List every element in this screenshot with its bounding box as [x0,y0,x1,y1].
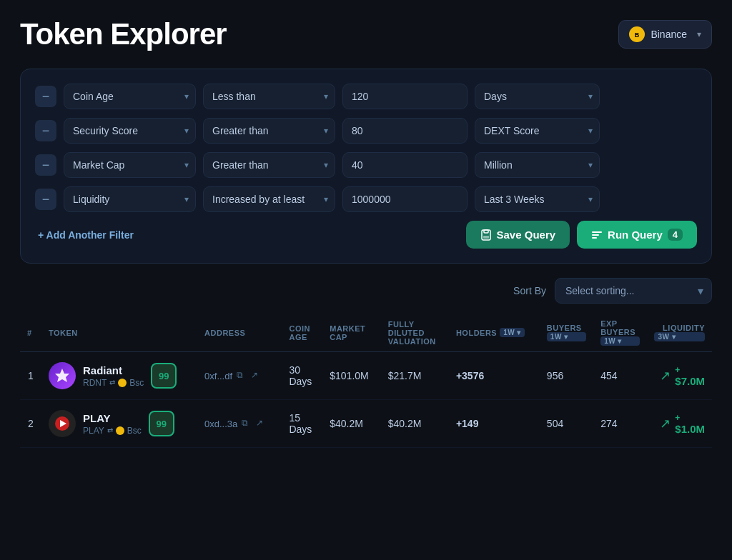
filter-value-1-input[interactable] [342,84,468,109]
remove-filter-2-button[interactable]: − [35,120,56,141]
page-header: Token Explorer B Binance ▾ [20,17,712,51]
external-link-icon[interactable]: ↗ [256,418,267,429]
filter-unit-4-select[interactable]: Last 3 Weeks Last Week [475,186,600,212]
row-1-trend-icon: ↗ [660,368,671,384]
exchange-icon: B [629,26,645,42]
run-query-button[interactable]: Run Query 4 [577,221,697,249]
row-2-chain: Bsc [127,426,142,436]
filter-value-2-input[interactable] [342,118,468,144]
filter-type-1-select[interactable]: Coin Age [64,84,196,109]
row-1-address: 0xf...df ⧉ ↗ [197,352,282,400]
row-2-fdv: $40.2M [381,400,449,448]
table-header: # TOKEN ADDRESS COINAGE MARKETCAP FULLYD… [20,314,712,352]
holders-filter-badge[interactable]: 1W ▾ [500,328,525,337]
filter-type-3-select[interactable]: Market Cap [64,152,196,178]
row-2-address: 0xd...3a ⧉ ↗ [197,400,282,448]
row-2-avatar [49,410,76,437]
filter-actions: + Add Another Filter Save Query [35,221,697,249]
row-1-liquidity-sign: + [675,365,705,375]
svg-rect-4 [483,236,489,239]
col-liquidity: LIQUIDITY 3W ▾ [647,314,712,352]
col-address: ADDRESS [197,314,282,352]
save-query-label: Save Query [497,229,556,241]
row-2-market-cap: $40.2M [322,400,380,448]
remove-filter-3-button[interactable]: − [35,154,56,176]
col-buyers: BUYERS 1W ▾ [540,314,593,352]
row-2-ticker: PLAY [83,426,104,436]
filter-unit-3-wrap: Million Billion [475,152,600,178]
exp-buyers-filter-badge[interactable]: 1W ▾ [600,336,640,346]
row-2-token-sub: PLAY ⇄ Bsc [83,426,142,436]
table-row: 2 PLAY PLAY ⇄ [20,400,712,448]
row-2-liquidity-val: $1.0M [675,423,705,435]
row-1-liquidity-val: $7.0M [675,375,705,387]
results-header: Sort By Select sorting... [20,278,712,304]
col-exp-buyers: EXPBUYERS 1W ▾ [593,314,647,352]
row-2-holders: +149 [449,400,540,448]
copy-icon[interactable]: ⧉ [242,418,253,429]
external-link-icon[interactable]: ↗ [251,370,262,381]
exchange-selector[interactable]: B Binance ▾ [618,20,712,49]
filter-row-3: − Market Cap Greater than Less than Mill… [35,152,697,178]
col-num: # [20,314,41,352]
row-2-liquidity-sign: + [675,413,705,423]
row-1-liquidity: ↗ + $7.0M [647,352,712,400]
filter-unit-1-select[interactable]: Days Weeks [475,84,600,109]
col-token: TOKEN [41,314,197,352]
sort-by-label: Sort By [513,285,546,296]
save-query-button[interactable]: Save Query [466,221,570,249]
row-1-market-cap: $101.0M [322,352,380,400]
row-1-num: 1 [20,352,41,400]
remove-filter-4-button[interactable]: − [35,189,56,210]
run-query-count: 4 [668,229,683,241]
row-2-trend-icon: ↗ [660,416,671,431]
row-2-chain-icon [116,426,124,435]
filter-op-3-select[interactable]: Greater than Less than [203,152,335,178]
row-1-holders: +3576 [449,352,540,400]
filter-op-2-select[interactable]: Greater than Less than [203,118,335,144]
row-1-security-badge: 99 [151,363,177,389]
filter-value-3-input[interactable] [342,152,468,178]
filter-op-1-wrap: Less than Greater than [203,84,335,109]
filter-unit-4-wrap: Last 3 Weeks Last Week [475,186,600,212]
row-1-chain-icon [118,379,127,387]
filter-op-2-wrap: Greater than Less than [203,118,335,144]
row-1-address-text: 0xf...df [204,371,232,381]
row-2-exp-buyers: 274 [593,400,647,448]
exchange-label: Binance [651,29,687,40]
query-action-buttons: Save Query Run Query 4 [466,221,697,249]
row-2-security-badge: 99 [149,411,174,436]
row-1-avatar [49,362,76,389]
filter-unit-3-select[interactable]: Million Billion [475,152,600,178]
filter-row-4: − Liquidity Increased by at least Decrea… [35,186,697,212]
row-2-address-icons: ⧉ ↗ [242,418,267,429]
filter-op-4-select[interactable]: Increased by at least Decreased by at le… [203,186,335,212]
filter-type-4-wrap: Liquidity [64,186,196,212]
row-2-buyers: 504 [540,400,593,448]
liquidity-filter-badge[interactable]: 3W ▾ [654,332,705,341]
run-icon [591,229,603,241]
svg-rect-3 [484,230,488,233]
col-coin-age: COINAGE [282,314,322,352]
sort-select[interactable]: Select sorting... [555,278,712,304]
filter-type-4-select[interactable]: Liquidity [64,186,196,212]
col-holders: HOLDERS 1W ▾ [449,314,540,352]
col-fdv: FULLYDILUTEDVALUATION [381,314,449,352]
filter-value-4-input[interactable] [342,186,468,212]
filter-panel: − Coin Age Less than Greater than Days W… [20,69,712,264]
table-row: 1 Radiant RDNT ⇄ [20,352,712,400]
buyers-filter-badge[interactable]: 1W ▾ [547,332,586,341]
copy-icon[interactable]: ⧉ [237,370,248,381]
row-2-coin-age: 15Days [282,400,322,448]
row-2-num: 2 [20,400,41,448]
filter-type-2-select[interactable]: Security Score [64,118,196,144]
remove-filter-1-button[interactable]: − [35,86,56,107]
filter-row-1: − Coin Age Less than Greater than Days W… [35,84,697,109]
svg-text:B: B [635,31,640,39]
add-filter-button[interactable]: + Add Another Filter [35,224,137,246]
table-body: 1 Radiant RDNT ⇄ [20,352,712,448]
filter-unit-2-select[interactable]: DEXT Score [475,118,600,144]
filter-op-1-select[interactable]: Less than Greater than [203,84,335,109]
col-market-cap: MARKETCAP [322,314,380,352]
row-1-chain: Bsc [129,378,144,388]
